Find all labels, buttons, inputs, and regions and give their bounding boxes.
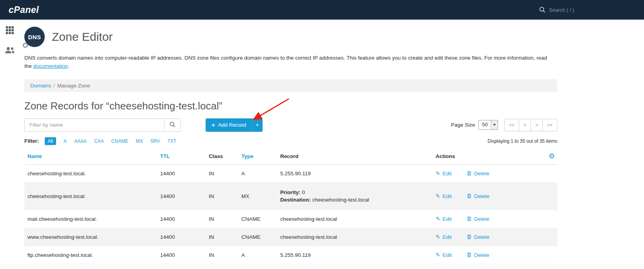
delete-button[interactable]: Delete [467, 234, 489, 240]
record-name: cheesehosting-test.local. [24, 182, 157, 210]
users-icon[interactable] [5, 46, 15, 54]
delete-button[interactable]: Delete [467, 216, 489, 222]
page-header: DNS Zone Editor [24, 27, 557, 47]
trash-icon [467, 216, 472, 222]
record-class: IN [206, 164, 238, 182]
record-ttl: 14400 [157, 228, 206, 246]
zone-records-title: Zone Records for “cheesehosting-test.loc… [24, 100, 557, 112]
record-value: cheesehosting-test.local [277, 228, 432, 246]
cpanel-logo[interactable]: cPanel [9, 5, 39, 15]
filter-aaaa[interactable]: AAAA [74, 138, 87, 144]
record-type: CNAME [238, 210, 277, 228]
pencil-icon: ✎ [436, 216, 440, 222]
chevron-down-icon: ▾ [256, 123, 258, 127]
filter-srv[interactable]: SRV [150, 138, 160, 144]
topbar: cPanel [0, 0, 644, 20]
filter-by-name-input[interactable] [24, 118, 164, 132]
filter-all[interactable]: All [45, 137, 56, 145]
previous-page-button[interactable]: < [519, 119, 531, 131]
filter-mx[interactable]: MX [136, 138, 143, 144]
record-type-filter-row: Filter: All A AAAA CAA CNAME MX SRV TXT … [24, 137, 557, 145]
record-class: IN [206, 210, 238, 228]
record-ttl: 14400 [157, 210, 206, 228]
filter-search-button[interactable] [164, 118, 181, 132]
record-type: A [238, 164, 277, 182]
global-search-input[interactable] [549, 7, 596, 13]
delete-button[interactable]: Delete [467, 193, 489, 199]
apps-grid-icon[interactable] [5, 26, 14, 35]
displaying-status: Displaying 1 to 35 out of 35 items [488, 138, 557, 144]
page-size-label: Page Size [451, 122, 475, 128]
add-record-button[interactable]: + Add Record [206, 118, 252, 132]
trash-icon [467, 171, 472, 176]
table-header-row: Name TTL Class Type Record Actions ⚙ [24, 148, 557, 165]
record-name: mail.cheesehosting-test.local. [24, 210, 157, 228]
pencil-icon: ✎ [436, 252, 440, 258]
record-type: CNAME [238, 228, 277, 246]
record-value: cheesehosting-test.local [277, 210, 432, 228]
record-class: IN [206, 246, 238, 264]
record-type: MX [238, 182, 277, 210]
dns-zone-editor-icon: DNS [24, 27, 45, 47]
table-row: ftp.cheesehosting-test.local. 14400 IN A… [24, 246, 557, 264]
record-value: 5.255.90.119 [277, 246, 432, 264]
table-row: cheesehosting-test.local. 14400 IN A 5.2… [24, 164, 557, 182]
filter-txt[interactable]: TXT [167, 138, 176, 144]
column-type[interactable]: Type [238, 148, 277, 165]
breadcrumb-current: Manage Zone [57, 83, 90, 89]
feature-description: DNS converts domain names into computer-… [24, 54, 555, 71]
magnifier-icon [23, 43, 28, 48]
toolbar: + Add Record ▾ Page Size 50 << < [24, 118, 557, 132]
record-class: IN [206, 228, 238, 246]
record-class: IN [206, 182, 238, 210]
trash-icon [467, 252, 472, 258]
last-page-button[interactable]: >> [542, 119, 557, 131]
record-value: 5.255.90.119 [277, 164, 432, 182]
page-title: Zone Editor [52, 30, 113, 44]
sidebar [0, 20, 20, 269]
global-search [539, 7, 596, 13]
gear-icon[interactable]: ⚙ [549, 153, 555, 160]
plus-icon: + [212, 122, 215, 128]
table-row: www.cheesehosting-test.local. 14400 IN C… [24, 228, 557, 246]
first-page-button[interactable]: << [504, 119, 519, 131]
filter-a[interactable]: A [64, 138, 67, 144]
record-value: Priority: 0 Destination: cheesehosting-t… [277, 182, 432, 210]
trash-icon [467, 234, 472, 240]
delete-button[interactable]: Delete [467, 252, 489, 258]
edit-button[interactable]: ✎Edit [436, 171, 452, 176]
documentation-link[interactable]: documentation [33, 63, 68, 69]
pencil-icon: ✎ [436, 171, 440, 176]
column-record: Record [277, 148, 432, 165]
column-class: Class [206, 148, 238, 165]
trash-icon [467, 193, 472, 199]
edit-button[interactable]: ✎Edit [436, 193, 452, 199]
zone-records-table: Name TTL Class Type Record Actions ⚙ che… [24, 148, 557, 264]
record-ttl: 14400 [157, 246, 206, 264]
breadcrumb-domains-link[interactable]: Domains [30, 83, 51, 89]
page-size-select[interactable]: 50 [478, 120, 498, 130]
record-ttl: 14400 [157, 182, 206, 210]
record-ttl: 14400 [157, 164, 206, 182]
table-row: mail.cheesehosting-test.local. 14400 IN … [24, 210, 557, 228]
column-actions: Actions ⚙ [432, 148, 557, 165]
record-name: www.cheesehosting-test.local. [24, 228, 157, 246]
filter-label: Filter: [24, 138, 39, 144]
column-name[interactable]: Name [24, 148, 157, 165]
filter-caa[interactable]: CAA [94, 138, 104, 144]
next-page-button[interactable]: > [531, 119, 543, 131]
add-record-dropdown-toggle[interactable]: ▾ [252, 118, 263, 132]
edit-button[interactable]: ✎Edit [436, 234, 452, 240]
pencil-icon: ✎ [436, 193, 440, 199]
search-icon [170, 122, 175, 129]
edit-button[interactable]: ✎Edit [436, 216, 452, 222]
column-ttl[interactable]: TTL [157, 148, 206, 165]
breadcrumb: Domains/Manage Zone [24, 79, 557, 92]
record-name: ftp.cheesehosting-test.local. [24, 246, 157, 264]
search-icon [539, 7, 545, 13]
filter-cname[interactable]: CNAME [111, 138, 128, 144]
record-name: cheesehosting-test.local. [24, 164, 157, 182]
delete-button[interactable]: Delete [467, 171, 489, 176]
edit-button[interactable]: ✎Edit [436, 252, 452, 258]
record-type: A [238, 246, 277, 264]
